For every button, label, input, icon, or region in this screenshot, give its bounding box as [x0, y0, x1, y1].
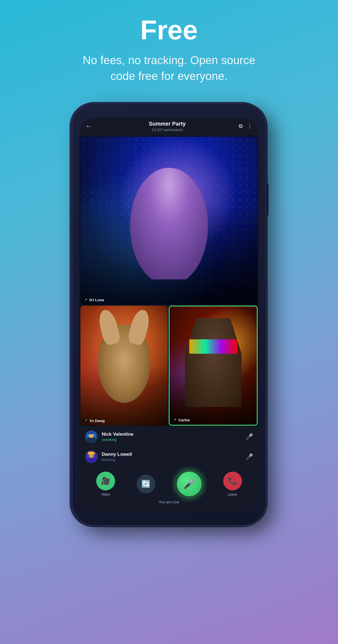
phone-volume-down-button — [69, 203, 71, 226]
yo-dawg-video-bg — [80, 306, 168, 426]
channel-title: Summer Party — [96, 121, 239, 127]
yo-dawg-label: 🎤 Yo Dawg — [83, 418, 105, 423]
header-actions: ⧉ ⋮ — [239, 123, 253, 129]
carlos-glasses — [189, 339, 237, 354]
video-button[interactable]: 🎥 Video — [96, 472, 115, 496]
danny-status: listening — [102, 458, 246, 462]
danny-avatar — [85, 450, 98, 463]
dj-luna-mic-icon: 🎤 — [83, 298, 88, 302]
app-header: ← Summer Party 13,337 participants ⧉ ⋮ — [79, 118, 259, 136]
dj-luna-name: DJ Luna — [89, 298, 104, 302]
flip-button-circle: 🔄 — [137, 474, 155, 494]
main-mic-circle: 🎤 — [177, 472, 202, 496]
yo-dawg-name: Yo Dawg — [89, 418, 105, 423]
nick-status: speaking — [102, 438, 246, 442]
video-button-label: Video — [101, 492, 110, 496]
live-status-text: You are Live — [85, 500, 253, 504]
nick-avatar — [85, 430, 98, 443]
carlos-label: 🎤 Carlos — [172, 418, 190, 422]
danny-mic-icon[interactable]: 🎤 — [246, 453, 253, 460]
leave-button[interactable]: 📞 Leave — [223, 472, 242, 496]
video-button-circle: 🎥 — [96, 472, 115, 490]
nick-mic-icon[interactable]: 🎤 — [246, 433, 253, 440]
leave-button-label: Leave — [228, 492, 237, 496]
header-title-area: Summer Party 13,337 participants — [96, 121, 239, 132]
phone-body: ← Summer Party 13,337 participants ⧉ ⋮ — [72, 104, 266, 525]
dj-luna-label: 🎤 DJ Luna — [83, 298, 104, 302]
participant-row-nick[interactable]: Nick Valentine speaking 🎤 — [79, 426, 259, 446]
danny-name: Danny Lowell — [102, 452, 246, 457]
participant-row-danny[interactable]: Danny Lowell listening 🎤 — [79, 446, 259, 467]
participant-count: 13,337 participants — [96, 128, 239, 132]
phone-power-button — [267, 183, 269, 216]
video-cell-yo-dawg[interactable]: 🎤 Yo Dawg — [80, 306, 168, 426]
nick-avatar-image — [85, 431, 97, 443]
danny-cap — [88, 452, 95, 454]
nick-info: Nick Valentine speaking — [102, 432, 246, 442]
phone-mockup: ← Summer Party 13,337 participants ⧉ ⋮ — [72, 104, 266, 525]
dj-luna-video-bg — [80, 137, 258, 305]
carlos-mic-icon: 🎤 — [172, 418, 177, 422]
carlos-figure — [185, 318, 242, 407]
carlos-name: Carlos — [178, 418, 190, 422]
carlos-video-bg — [169, 306, 257, 425]
participants-list: Nick Valentine speaking 🎤 Danny Lowel — [79, 426, 259, 467]
yo-dawg-mic-icon: 🎤 — [83, 418, 88, 423]
flip-button[interactable]: 🔄 — [137, 474, 155, 494]
nick-hat — [88, 431, 94, 434]
leave-button-circle: 📞 — [223, 472, 242, 490]
nick-name: Nick Valentine — [102, 432, 246, 437]
danny-avatar-image — [85, 451, 97, 463]
dog-figure — [98, 325, 150, 403]
video-bottom-row: 🎤 Yo Dawg 🎤 Carlos — [80, 306, 258, 426]
more-options-icon[interactable]: ⋮ — [247, 123, 253, 129]
phone-screen: ← Summer Party 13,337 participants ⧉ ⋮ — [79, 118, 259, 512]
screen-share-icon[interactable]: ⧉ — [239, 123, 243, 129]
controls-area: 🎥 Video 🔄 🎤 📞 Leave — [79, 467, 259, 512]
video-cell-dj-luna[interactable]: 🎤 DJ Luna — [80, 137, 258, 305]
danny-info: Danny Lowell listening — [102, 452, 246, 462]
hero-title: Free — [140, 15, 198, 45]
phone-volume-up-button — [69, 174, 71, 196]
hero-subtitle: No fees, no tracking. Open source code f… — [67, 52, 271, 84]
video-grid: 🎤 DJ Luna 🎤 Yo Dawg — [79, 136, 259, 426]
back-button[interactable]: ← — [85, 122, 92, 130]
video-cell-carlos[interactable]: 🎤 Carlos — [169, 306, 258, 426]
main-mic-button[interactable]: 🎤 — [177, 472, 202, 496]
controls-row: 🎥 Video 🔄 🎤 📞 Leave — [85, 472, 253, 496]
